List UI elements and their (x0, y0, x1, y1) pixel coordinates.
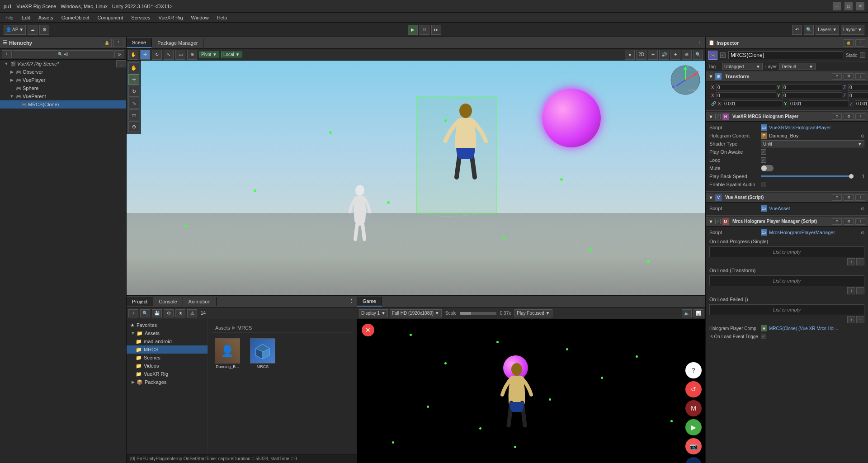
loop-checkbox[interactable] (761, 157, 766, 163)
object-active-checkbox[interactable] (720, 52, 726, 58)
2d-button[interactable]: 2D (636, 50, 646, 60)
manager-settings-button[interactable]: ⚙ (844, 218, 854, 225)
scale-z-field[interactable] (855, 100, 868, 107)
component-active-checkbox[interactable] (715, 114, 721, 119)
settings-button[interactable]: ⚙ (39, 25, 49, 35)
layout-button[interactable]: Layout ▼ (841, 25, 864, 35)
hand-tool-button[interactable]: ✋ (128, 50, 138, 60)
hierarchy-item-vueparent[interactable]: ▼ 🎮 VueParent (0, 92, 126, 100)
vuexr-rig-item[interactable]: 📁 VueXR Rig (127, 370, 208, 378)
cloud-button[interactable]: ☁ (28, 25, 38, 35)
hologram-settings-button[interactable]: ⚙ (844, 113, 854, 120)
hierarchy-add-button[interactable]: + (2, 50, 12, 58)
transform-header[interactable]: ▼ ⊕ Transform ? ⚙ ⋮ (706, 71, 868, 81)
position-z-field[interactable] (848, 84, 868, 91)
game-mute-button[interactable]: 🔈 (682, 309, 692, 317)
on-load-failed-remove-button[interactable]: − (856, 316, 864, 323)
package-manager-tab[interactable]: Package Manager (152, 38, 203, 47)
rotate-tool-button[interactable]: ↻ (152, 50, 162, 60)
static-checkbox[interactable] (860, 52, 865, 58)
animation-tab[interactable]: Animation (183, 297, 217, 306)
is-on-load-event-checkbox[interactable] (761, 334, 766, 339)
game-display-dropdown[interactable]: Display 1 ▼ (359, 309, 388, 317)
menu-services[interactable]: Services (127, 14, 154, 21)
object-name-field[interactable] (728, 51, 843, 59)
game-refresh-button[interactable]: ↺ (685, 381, 702, 397)
vue-asset-menu-button[interactable]: ⋮ (855, 194, 865, 201)
move-tool[interactable]: ✛ (128, 74, 139, 85)
mad-android-item[interactable]: 📁 mad-android (127, 337, 208, 345)
account-button[interactable]: 👤 AP ▼ (4, 25, 26, 35)
transform-help-button[interactable]: ? (832, 73, 842, 80)
scenes-item[interactable]: 📁 Scenes (127, 354, 208, 362)
breadcrumb-mrcs[interactable]: MRCS (237, 325, 252, 331)
menu-edit[interactable]: Edit (18, 14, 34, 21)
scene-tab[interactable]: Scene (127, 38, 152, 48)
menu-component[interactable]: Component (94, 14, 127, 21)
position-y-field[interactable] (782, 84, 842, 91)
packages-item[interactable]: ▶ 📦 Packages (127, 378, 208, 386)
game-help-button[interactable]: ? (685, 362, 702, 378)
hologram-manager-header[interactable]: ▼ M Mrcs Hologram Player Manager (Script… (706, 217, 868, 227)
manager-script-target-button[interactable]: ⊙ (861, 230, 864, 235)
hierarchy-item-vueplayer[interactable]: ▶ 🎮 VuePlayer (0, 76, 126, 84)
scene-search-button[interactable]: 🔍 (693, 50, 703, 60)
console-tab[interactable]: Console (153, 297, 183, 306)
rotate-tool[interactable]: ↻ (128, 86, 139, 97)
game-camera-button[interactable]: 📷 (685, 438, 702, 454)
fx-button[interactable]: ✦ (670, 50, 680, 60)
vue-asset-header[interactable]: ▼ V Vue Asset (Script) ? ⚙ ⋮ (706, 193, 868, 203)
assets-item[interactable]: ▼ 📁 Assets (127, 329, 208, 337)
manager-active-checkbox[interactable] (715, 219, 721, 224)
vue-asset-help-button[interactable]: ? (832, 194, 842, 201)
project-warning-button[interactable]: ⚠ (187, 309, 197, 317)
game-meta-button[interactable]: M (685, 400, 702, 416)
custom-tool[interactable]: ⊕ (128, 121, 139, 132)
manager-menu-button[interactable]: ⋮ (855, 218, 865, 225)
lighting-button[interactable]: ☀ (648, 50, 658, 60)
play-focused-button[interactable]: Play Focused ▼ (514, 309, 552, 317)
rotation-x-field[interactable] (716, 92, 776, 99)
scale-slider[interactable] (460, 312, 496, 315)
move-tool-button[interactable]: ✛ (140, 50, 150, 60)
mute-toggle[interactable] (761, 165, 774, 171)
menu-file[interactable]: File (2, 14, 17, 21)
game-logo-button[interactable]: XR (685, 457, 702, 463)
hologram-menu-button[interactable]: ⋮ (855, 113, 865, 120)
vue-script-target-button[interactable]: ⊙ (861, 206, 864, 211)
hologram-help-button[interactable]: ? (832, 113, 842, 120)
scene-tab-menu-icon[interactable]: ⋮ (694, 40, 705, 46)
hierarchy-item-scene[interactable]: ▼ 🎬 VueXR Rig Scene* ⋮ (0, 60, 126, 68)
hierarchy-item-sphere[interactable]: 🎮 Sphere (0, 84, 126, 92)
menu-window[interactable]: Window (188, 14, 212, 21)
project-save-button[interactable]: 💾 (152, 309, 162, 317)
tag-dropdown[interactable]: Untagged ▼ (722, 63, 763, 70)
on-load-add-button[interactable]: + (847, 287, 855, 294)
undo-button[interactable]: ↶ (792, 25, 802, 35)
hierarchy-item-observer[interactable]: ▶ 🎮 Observer (0, 68, 126, 76)
scene-menu-button[interactable]: ⋮ (116, 60, 126, 67)
close-button[interactable]: ✕ (856, 2, 864, 10)
manager-help-button[interactable]: ? (832, 218, 842, 225)
rotation-y-field[interactable] (782, 92, 842, 99)
on-load-remove-button[interactable]: − (856, 287, 864, 294)
rect-tool[interactable]: ▭ (128, 109, 139, 120)
project-menu-icon[interactable]: ⋮ (346, 298, 357, 304)
project-tab[interactable]: Project (127, 297, 153, 306)
game-close-button[interactable]: ✕ (362, 324, 374, 336)
render-mode-button[interactable]: ● (625, 50, 635, 60)
project-star-button[interactable]: ★ (175, 309, 185, 317)
videos-item[interactable]: 📁 Videos (127, 362, 208, 370)
hierarchy-item-mrcs[interactable]: 🎮 MRCS(Clone) (0, 100, 126, 109)
game-tab-menu[interactable]: ⋮ (695, 298, 705, 304)
speed-slider-track[interactable] (761, 175, 854, 177)
maximize-button[interactable]: □ (844, 2, 853, 10)
play-button[interactable]: ▶ (408, 25, 418, 35)
hierarchy-menu-button[interactable]: ⋮ (113, 39, 123, 47)
hierarchy-lock-button[interactable]: 🔒 (102, 39, 112, 47)
shader-dropdown[interactable]: Unlit ▼ (761, 140, 864, 147)
menu-help[interactable]: Help (213, 14, 231, 21)
pause-button[interactable]: ⏸ (420, 25, 429, 35)
favorites-item[interactable]: ★ Favorites (127, 321, 208, 329)
pivot-dropdown[interactable]: Pivot ▼ (199, 52, 219, 57)
